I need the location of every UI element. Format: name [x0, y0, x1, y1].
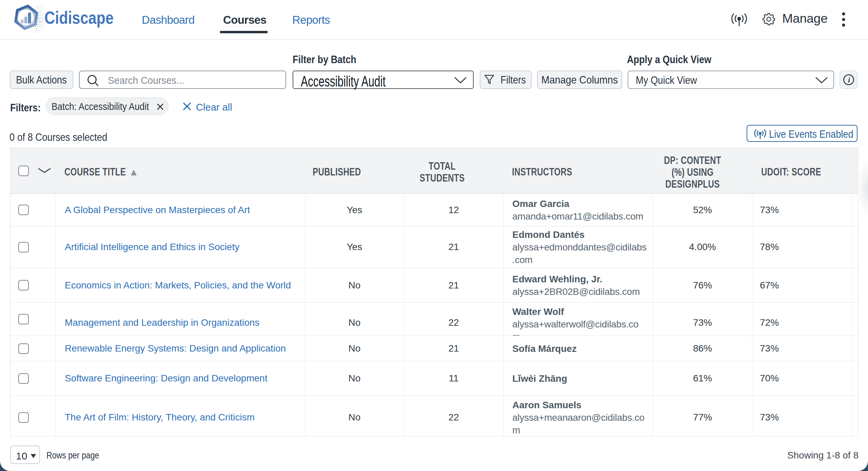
svg-text:i: i [848, 76, 850, 84]
